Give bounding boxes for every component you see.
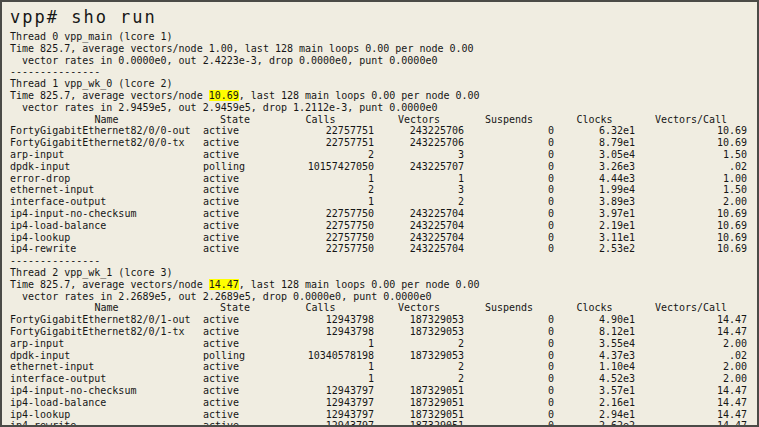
separator-line: --------------- <box>10 66 757 78</box>
cell-state: active <box>203 184 267 196</box>
cell-calls: 12943798 <box>267 314 374 326</box>
thread-header-line: Thread 1 vpp_wk_0 (lcore 2) <box>10 78 757 90</box>
cell-suspends: 0 <box>464 232 554 244</box>
cell-clocks: 8.79e1 <box>554 137 635 149</box>
cell-name: arp-input <box>10 338 203 350</box>
cell-state: active <box>203 220 267 232</box>
cell-suspends: 0 <box>464 373 554 385</box>
thread-header-line: Thread 0 vpp_main (lcore 1) <box>10 31 757 43</box>
thread-header-line: Thread 2 vpp_wk_1 (lcore 3) <box>10 267 757 279</box>
column-header-vectors-call: Vectors/Call <box>635 114 747 126</box>
cell-suspends: 0 <box>464 220 554 232</box>
cell-calls: 12943797 <box>267 385 374 397</box>
cell-vectors: 187329053 <box>374 326 464 338</box>
cell-calls: 22757750 <box>267 208 374 220</box>
cell-state: active <box>203 243 267 255</box>
cell-name: FortyGigabitEthernet82/0/1-tx <box>10 326 203 338</box>
table-row: interface-outputactive1203.89e32.00 <box>10 196 757 208</box>
cell-suspends: 0 <box>464 385 554 397</box>
cell-vectors: 243225707 <box>374 161 464 173</box>
table-row: ip4-load-balanceactive227577502432257040… <box>10 220 757 232</box>
column-header-vectors: Vectors <box>374 114 464 126</box>
cell-name: interface-output <box>10 196 203 208</box>
cell-clocks: 1.10e4 <box>554 361 635 373</box>
cell-vectors: 187329053 <box>374 314 464 326</box>
command-prompt-line: vpp# sho run <box>10 6 757 28</box>
cell-suspends: 0 <box>464 208 554 220</box>
cell-suspends: 0 <box>464 338 554 350</box>
table-row: ip4-lookupactive2275775024322570403.11e1… <box>10 232 757 244</box>
cell-state: active <box>203 125 267 137</box>
cell-name: ip4-lookup <box>10 409 203 421</box>
cell-clocks: 3.89e3 <box>554 196 635 208</box>
cell-state: active <box>203 385 267 397</box>
cell-calls: 1 <box>267 373 374 385</box>
cell-vectors: 243225704 <box>374 208 464 220</box>
table-header-row: NameStateCallsVectorsSuspendsClocksVecto… <box>10 114 757 126</box>
cell-suspends: 0 <box>464 243 554 255</box>
cell-name: ip4-rewrite <box>10 420 203 427</box>
cell-vectors: 243225704 <box>374 220 464 232</box>
time-summary-line: Time 825.7, average vectors/node 10.69, … <box>10 90 757 102</box>
time-suffix: , last 128 main loops 0.00 per node 0.00 <box>239 90 480 101</box>
cell-name: FortyGigabitEthernet82/0/0-out <box>10 125 203 137</box>
column-header-clocks: Clocks <box>554 114 635 126</box>
cell-vectors: 243225704 <box>374 232 464 244</box>
column-header-suspends: Suspends <box>464 114 554 126</box>
cell-state: active <box>203 173 267 185</box>
cell-state: active <box>203 196 267 208</box>
cell-calls: 22757750 <box>267 220 374 232</box>
cell-name: ip4-lookup <box>10 232 203 244</box>
cell-vectors-call: .02 <box>635 350 747 362</box>
cell-clocks: 2.19e1 <box>554 220 635 232</box>
cell-vectors: 187329053 <box>374 350 464 362</box>
cell-clocks: 1.99e4 <box>554 184 635 196</box>
cell-name: ip4-input-no-checksum <box>10 208 203 220</box>
time-prefix: Time 825.7, average vectors/node <box>10 43 209 54</box>
cell-suspends: 0 <box>464 361 554 373</box>
cell-clocks: 6.32e1 <box>554 125 635 137</box>
cell-name: FortyGigabitEthernet82/0/1-out <box>10 314 203 326</box>
cell-vectors: 243225706 <box>374 137 464 149</box>
cell-vectors-call: 14.47 <box>635 397 747 409</box>
cell-suspends: 0 <box>464 196 554 208</box>
cell-calls: 1 <box>267 361 374 373</box>
cell-vectors-call: 10.69 <box>635 243 747 255</box>
table-header-row: NameStateCallsVectorsSuspendsClocksVecto… <box>10 302 757 314</box>
cell-vectors: 2 <box>374 196 464 208</box>
table-row: dpdk-inputpolling1034057819818732905304.… <box>10 350 757 362</box>
column-header-suspends: Suspends <box>464 302 554 314</box>
cell-calls: 22757751 <box>267 125 374 137</box>
cell-clocks: 3.05e4 <box>554 149 635 161</box>
column-header-state: State <box>203 114 267 126</box>
vector-rates-line: vector rates in 2.9459e5, out 2.9459e5, … <box>10 102 757 114</box>
vector-rates-line: vector rates in 2.2689e5, out 2.2689e5, … <box>10 291 757 303</box>
cell-calls: 22757750 <box>267 232 374 244</box>
time-suffix: , last 128 main loops 0.00 per node 0.00 <box>233 43 474 54</box>
cell-state: active <box>203 361 267 373</box>
cell-name: ip4-load-balance <box>10 397 203 409</box>
cell-name: ethernet-input <box>10 361 203 373</box>
column-header-calls: Calls <box>267 302 374 314</box>
runtime-table: NameStateCallsVectorsSuspendsClocksVecto… <box>10 302 757 427</box>
cell-suspends: 0 <box>464 326 554 338</box>
cell-state: active <box>203 397 267 409</box>
vector-rates-line: vector rates in 0.0000e0, out 2.4223e-3,… <box>10 55 757 67</box>
cell-vectors-call: 14.47 <box>635 409 747 421</box>
cell-name: dpdk-input <box>10 161 203 173</box>
time-summary-line: Time 825.7, average vectors/node 14.47, … <box>10 279 757 291</box>
cell-vectors-call: 10.69 <box>635 125 747 137</box>
cell-clocks: 2.53e2 <box>554 243 635 255</box>
cell-vectors: 243225706 <box>374 125 464 137</box>
column-header-name: Name <box>10 114 203 126</box>
table-row: ethernet-inputactive2301.99e41.50 <box>10 184 757 196</box>
column-header-name: Name <box>10 302 203 314</box>
table-row: dpdk-inputpolling1015742705024322570703.… <box>10 161 757 173</box>
vpp-terminal-screen[interactable]: vpp# sho run Thread 0 vpp_main (lcore 1)… <box>0 0 759 427</box>
table-row: error-dropactive1104.44e31.00 <box>10 173 757 185</box>
cell-vectors-call: 2.00 <box>635 373 747 385</box>
cell-name: error-drop <box>10 173 203 185</box>
cell-vectors-call: 1.50 <box>635 149 747 161</box>
avg-vectors-value: 14.47 <box>209 279 239 290</box>
cell-suspends: 0 <box>464 173 554 185</box>
